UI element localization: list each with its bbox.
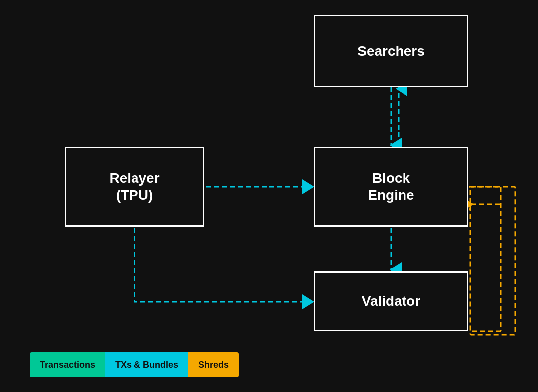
diagram-container: Searchers BlockEngine Relayer(TPU) Valid… [0,0,538,392]
legend-shreds: Shreds [188,352,239,377]
legend: Transactions TXs & Bundles Shreds [30,352,239,377]
legend-shreds-color: Shreds [188,352,239,377]
validator-label: Validator [362,293,420,310]
legend-shreds-label: Shreds [198,360,229,370]
relayer-label: Relayer(TPU) [109,170,159,203]
legend-transactions: Transactions [30,352,105,377]
legend-bundles-label: TXs & Bundles [115,360,178,370]
legend-transactions-color: Transactions [30,352,105,377]
legend-transactions-label: Transactions [40,360,95,370]
legend-bundles: TXs & Bundles [105,352,188,377]
block-engine-box: BlockEngine [314,147,468,227]
searchers-label: Searchers [357,43,424,60]
block-engine-label: BlockEngine [368,170,414,203]
searchers-box: Searchers [314,15,468,87]
legend-bundles-color: TXs & Bundles [105,352,188,377]
arrow-relayer-to-validator [134,228,313,302]
validator-box: Validator [314,271,468,331]
relayer-box: Relayer(TPU) [65,147,204,227]
orange-dashed-box [470,187,515,335]
